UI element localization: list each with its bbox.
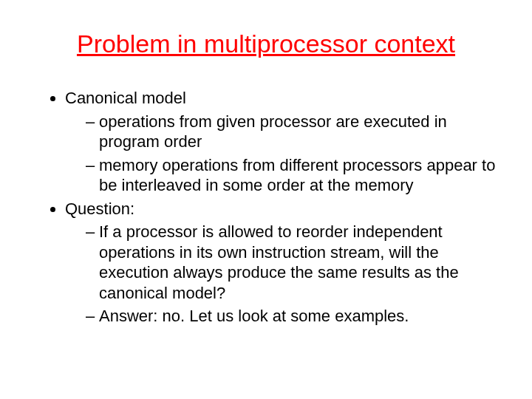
bullet-text: Answer: no. Let us look at some examples… [99, 307, 409, 325]
sub-list: If a processor is allowed to reorder ind… [65, 222, 502, 327]
list-item: If a processor is allowed to reorder ind… [86, 222, 502, 303]
list-item: Answer: no. Let us look at some examples… [86, 306, 502, 327]
sub-list: operations from given processor are exec… [65, 112, 502, 196]
list-item: operations from given processor are exec… [86, 112, 502, 152]
bullet-text: Canonical model [65, 89, 186, 107]
bullet-text: operations from given processor are exec… [99, 112, 447, 151]
list-item: Canonical model operations from given pr… [65, 88, 502, 196]
list-item: memory operations from different process… [86, 155, 502, 196]
slide: Problem in multiprocessor context Canoni… [0, 0, 532, 399]
list-item: Question: If a processor is allowed to r… [65, 199, 502, 327]
bullet-list: Canonical model operations from given pr… [30, 88, 502, 327]
slide-title: Problem in multiprocessor context [30, 30, 502, 58]
bullet-text: If a processor is allowed to reorder ind… [99, 222, 459, 302]
bullet-text: memory operations from different process… [99, 156, 495, 195]
bullet-text: Question: [65, 200, 134, 218]
